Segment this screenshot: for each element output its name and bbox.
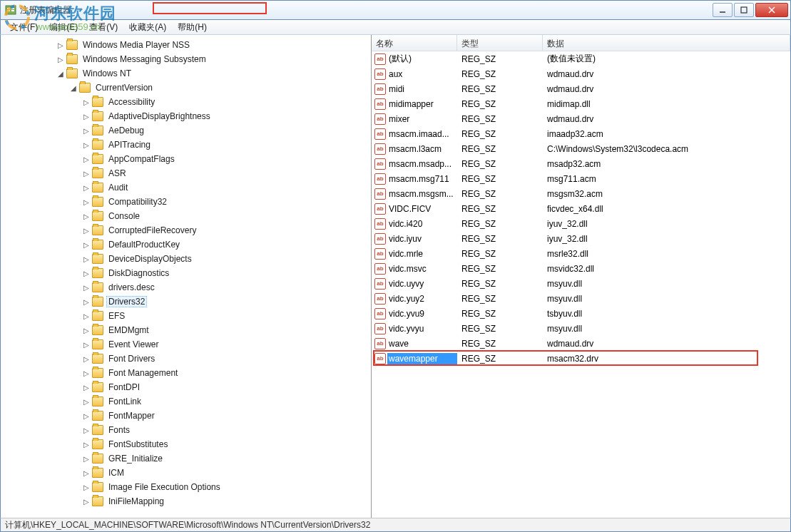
list-row[interactable]: abvidc.i420REG_SZiyuv_32.dll bbox=[372, 216, 790, 231]
col-header-type[interactable]: 类型 bbox=[457, 35, 543, 51]
close-button[interactable] bbox=[755, 3, 788, 17]
list-row[interactable]: abVIDC.FICVREG_SZficvdec_x64.dll bbox=[372, 201, 790, 216]
tree-item[interactable]: ▷drivers.desc bbox=[1, 280, 371, 295]
tree-item[interactable]: ▷FontSubstitutes bbox=[1, 437, 371, 451]
expand-icon[interactable]: ▷ bbox=[82, 212, 91, 220]
expand-icon[interactable]: ▷ bbox=[56, 55, 65, 63]
expand-icon[interactable]: ▷ bbox=[82, 240, 91, 249]
tree-item[interactable]: ▷DeviceDisplayObjects bbox=[1, 252, 371, 266]
expand-icon[interactable]: ▷ bbox=[82, 98, 91, 106]
list-row[interactable]: abvidc.yvyuREG_SZmsyuv.dll bbox=[372, 321, 790, 336]
tree-item[interactable]: ◢CurrentVersion bbox=[1, 81, 371, 95]
tree-item[interactable]: ▷Audit bbox=[1, 180, 371, 195]
tree-item[interactable]: ▷AeDebug bbox=[1, 123, 371, 138]
tree-item[interactable]: ▷Event Viewer bbox=[1, 337, 371, 352]
menu-help[interactable]: 帮助(H) bbox=[173, 20, 212, 35]
expand-icon[interactable]: ▷ bbox=[82, 198, 91, 206]
tree-item[interactable]: ▷Font Management bbox=[1, 366, 371, 380]
collapse-icon[interactable]: ◢ bbox=[69, 83, 78, 92]
tree-item[interactable]: ▷Fonts bbox=[1, 423, 371, 437]
expand-icon[interactable]: ▷ bbox=[82, 440, 91, 449]
tree-pane[interactable]: ▷Windows Media Player NSS▷Windows Messag… bbox=[1, 35, 372, 518]
list-row[interactable]: abvidc.yvu9REG_SZtsbyuv.dll bbox=[372, 306, 790, 321]
list-row[interactable]: abauxREG_SZwdmaud.drv bbox=[372, 66, 790, 81]
list-row[interactable]: abmixerREG_SZwdmaud.drv bbox=[372, 111, 790, 126]
expand-icon[interactable]: ▷ bbox=[82, 397, 91, 406]
menu-favorites[interactable]: 收藏夹(A) bbox=[124, 20, 171, 35]
tree-item[interactable]: ▷EFS bbox=[1, 309, 371, 323]
list-body[interactable]: ab(默认)REG_SZ(数值未设置)abauxREG_SZwdmaud.drv… bbox=[372, 51, 790, 518]
menu-file[interactable]: 文件(F) bbox=[5, 20, 43, 35]
tree-item[interactable]: ▷APITracing bbox=[1, 138, 371, 152]
expand-icon[interactable]: ▷ bbox=[56, 41, 65, 49]
list-row[interactable]: abvidc.msvcREG_SZmsvidc32.dll bbox=[372, 261, 790, 276]
tree-item[interactable]: ▷Font Drivers bbox=[1, 352, 371, 366]
expand-icon[interactable]: ▷ bbox=[82, 312, 91, 320]
list-row[interactable]: abmsacm.msgsm...REG_SZmsgsm32.acm bbox=[372, 186, 790, 201]
expand-icon[interactable]: ▷ bbox=[82, 183, 91, 192]
list-row[interactable]: abmidiREG_SZwdmaud.drv bbox=[372, 81, 790, 96]
expand-icon[interactable]: ▷ bbox=[82, 326, 91, 334]
list-row[interactable]: abvidc.yuy2REG_SZmsyuv.dll bbox=[372, 291, 790, 306]
expand-icon[interactable]: ▷ bbox=[82, 255, 91, 263]
tree-item[interactable]: ▷Drivers32 bbox=[1, 295, 371, 309]
tree-item[interactable]: ▷Windows Media Player NSS bbox=[1, 38, 371, 52]
col-header-data[interactable]: 数据 bbox=[543, 35, 790, 51]
expand-icon[interactable]: ▷ bbox=[82, 454, 91, 463]
maximize-button[interactable] bbox=[734, 3, 754, 17]
menu-edit[interactable]: 编辑(E) bbox=[44, 20, 83, 35]
expand-icon[interactable]: ▷ bbox=[82, 169, 91, 178]
expand-icon[interactable]: ▷ bbox=[82, 155, 91, 163]
tree-item[interactable]: ▷Console bbox=[1, 209, 371, 223]
tree-item[interactable]: ▷FontLink bbox=[1, 394, 371, 409]
list-row[interactable]: abmsacm.imaad...REG_SZimaadp32.acm bbox=[372, 126, 790, 141]
collapse-icon[interactable]: ◢ bbox=[56, 69, 65, 78]
list-row[interactable]: abmsacm.l3acmREG_SZC:\Windows\System32\l… bbox=[372, 141, 790, 156]
tree-item[interactable]: ▷Image File Execution Options bbox=[1, 480, 371, 494]
tree-item[interactable]: ▷DefaultProductKey bbox=[1, 237, 371, 252]
col-header-name[interactable]: 名称 bbox=[372, 35, 457, 51]
tree-item[interactable]: ▷AppCompatFlags bbox=[1, 152, 371, 166]
list-row[interactable]: abvidc.uyvyREG_SZmsyuv.dll bbox=[372, 276, 790, 291]
tree-item[interactable]: ▷IniFileMapping bbox=[1, 494, 371, 508]
tree-item[interactable]: ▷ASR bbox=[1, 166, 371, 180]
tree-item[interactable]: ▷EMDMgmt bbox=[1, 323, 371, 337]
tree-item[interactable]: ▷CorruptedFileRecovery bbox=[1, 223, 371, 237]
expand-icon[interactable]: ▷ bbox=[82, 140, 91, 149]
tree-item[interactable]: ◢Windows NT bbox=[1, 66, 371, 81]
expand-icon[interactable]: ▷ bbox=[82, 497, 91, 506]
tree-item[interactable]: ▷ICM bbox=[1, 466, 371, 480]
list-row[interactable]: abmsacm.msadp...REG_SZmsadp32.acm bbox=[372, 156, 790, 171]
expand-icon[interactable]: ▷ bbox=[82, 226, 91, 235]
list-row[interactable]: abmsacm.msg711REG_SZmsg711.acm bbox=[372, 171, 790, 186]
expand-icon[interactable]: ▷ bbox=[82, 283, 91, 292]
expand-icon[interactable]: ▷ bbox=[82, 340, 91, 349]
expand-icon[interactable]: ▷ bbox=[82, 369, 91, 377]
tree-item[interactable]: ▷DiskDiagnostics bbox=[1, 266, 371, 280]
list-row[interactable]: ab(默认)REG_SZ(数值未设置) bbox=[372, 51, 790, 66]
expand-icon[interactable]: ▷ bbox=[82, 126, 91, 135]
minimize-button[interactable] bbox=[713, 3, 733, 17]
expand-icon[interactable]: ▷ bbox=[82, 354, 91, 363]
tree-item[interactable]: ▷Windows Messaging Subsystem bbox=[1, 52, 371, 66]
expand-icon[interactable]: ▷ bbox=[82, 297, 91, 306]
list-row[interactable]: abwaveREG_SZwdmaud.drv bbox=[372, 336, 790, 351]
list-row[interactable]: abwavemapperREG_SZmsacm32.drv bbox=[372, 351, 790, 366]
expand-icon[interactable]: ▷ bbox=[82, 383, 91, 392]
tree-item[interactable]: ▷FontMapper bbox=[1, 409, 371, 423]
expand-icon[interactable]: ▷ bbox=[82, 483, 91, 491]
list-row[interactable]: abvidc.mrleREG_SZmsrle32.dll bbox=[372, 246, 790, 261]
menu-view[interactable]: 查看(V) bbox=[84, 20, 123, 35]
expand-icon[interactable]: ▷ bbox=[82, 112, 91, 121]
tree-item[interactable]: ▷AdaptiveDisplayBrightness bbox=[1, 109, 371, 123]
tree-item[interactable]: ▷FontDPI bbox=[1, 380, 371, 394]
tree-item[interactable]: ▷Accessibility bbox=[1, 95, 371, 109]
expand-icon[interactable]: ▷ bbox=[82, 411, 91, 420]
tree-item[interactable]: ▷Compatibility32 bbox=[1, 195, 371, 209]
list-row[interactable]: abmidimapperREG_SZmidimap.dll bbox=[372, 96, 790, 111]
expand-icon[interactable]: ▷ bbox=[82, 469, 91, 477]
tree-item[interactable]: ▷GRE_Initialize bbox=[1, 451, 371, 466]
list-row[interactable]: abvidc.iyuvREG_SZiyuv_32.dll bbox=[372, 231, 790, 246]
expand-icon[interactable]: ▷ bbox=[82, 426, 91, 434]
expand-icon[interactable]: ▷ bbox=[82, 269, 91, 277]
